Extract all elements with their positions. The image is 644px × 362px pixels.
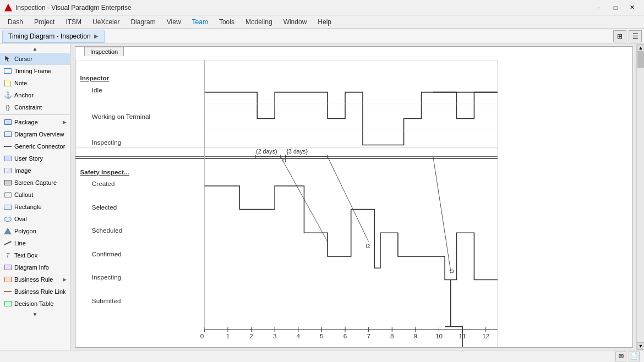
svg-text:1: 1 — [226, 332, 230, 339]
frame-icon — [3, 67, 12, 75]
panel-item-oval[interactable]: Oval — [0, 213, 70, 225]
panel-item-label-anchor: Anchor — [14, 92, 34, 98]
panel-item-constraint[interactable]: {}Constraint — [0, 101, 70, 113]
tab-icon-2[interactable]: ☰ — [629, 30, 642, 42]
panel-item-polygon[interactable]: Polygon — [0, 225, 70, 237]
panel-item-label-cursor: Cursor — [14, 56, 32, 62]
panel-item-label-rectangle: Rectangle — [14, 204, 42, 210]
svg-text:t1: t1 — [282, 157, 287, 163]
svg-text:7: 7 — [367, 332, 370, 339]
menu-item-window[interactable]: Window — [278, 17, 313, 27]
polygon-icon — [3, 227, 12, 235]
panel-scroll-up[interactable]: ▲ — [0, 44, 70, 53]
panel-item-rectangle[interactable]: Rectangle — [0, 201, 70, 213]
panel-item-diagram-info[interactable]: Diagram Info — [0, 261, 70, 273]
panel-item-anchor[interactable]: ⚓Anchor — [0, 89, 70, 101]
panel-item-cursor[interactable]: Cursor — [0, 53, 70, 65]
svg-text:8: 8 — [390, 332, 394, 339]
package-icon — [3, 118, 12, 127]
note-icon — [3, 79, 12, 87]
anchor-icon: ⚓ — [3, 91, 12, 100]
svg-text:5: 5 — [320, 332, 324, 339]
svg-text:12: 12 — [482, 332, 489, 339]
panel-item-timing-frame[interactable]: Timing Frame — [0, 65, 70, 77]
menu-item-diagram[interactable]: Diagram — [125, 17, 161, 27]
panel-item-screen-capture[interactable]: Screen Capture — [0, 177, 70, 189]
overview-icon — [3, 130, 12, 139]
image-icon — [3, 166, 12, 175]
panel-item-label-user-story: User Story — [14, 155, 43, 162]
menu-item-modeling[interactable]: Modeling — [240, 17, 278, 27]
panel-item-package[interactable]: Package▶ — [0, 116, 70, 128]
diaginfo-icon — [3, 263, 12, 272]
textbox-icon: T — [3, 251, 12, 260]
panel-item-generic-connector[interactable]: Generic Connector — [0, 140, 70, 152]
menu-item-help[interactable]: Help — [312, 17, 337, 27]
tab-arrow: ▶ — [94, 33, 99, 39]
panel-item-business-rule[interactable]: Business Rule▶ — [0, 273, 70, 286]
svg-text:10: 10 — [435, 332, 443, 339]
active-tab[interactable]: Timing Diagram - Inspection ▶ — [2, 30, 105, 43]
svg-text:Selected: Selected — [92, 204, 117, 211]
menu-item-team[interactable]: Team — [187, 17, 214, 27]
panel-item-label-text-box: Text Box — [14, 252, 37, 259]
svg-text:Submitted: Submitted — [92, 297, 121, 304]
svg-text:Working on Terminal: Working on Terminal — [92, 113, 150, 120]
message-icon[interactable]: ✉ — [615, 352, 626, 361]
title-bar: Inspection - Visual Paradigm Enterprise … — [0, 0, 644, 15]
scroll-thumb[interactable] — [637, 52, 644, 68]
tab-icon-1[interactable]: ⊞ — [613, 30, 626, 42]
svg-marker-0 — [5, 56, 10, 62]
panel-item-line[interactable]: Line — [0, 237, 70, 249]
panel-item-diagram-overview[interactable]: Diagram Overview — [0, 128, 70, 140]
constraint-icon: {} — [3, 103, 12, 112]
panel-item-text-box[interactable]: TText Box — [0, 249, 70, 261]
left-panel: ▲ CursorTiming FrameNote⚓Anchor{}Constra… — [0, 44, 70, 350]
panel-item-label-diagram-overview: Diagram Overview — [14, 131, 64, 138]
menu-item-project[interactable]: Project — [29, 17, 60, 27]
menu-item-dash[interactable]: Dash — [2, 17, 29, 27]
minimize-button[interactable]: − — [591, 2, 607, 14]
screencap-icon — [3, 178, 12, 187]
tab-label: Timing Diagram - Inspection — [8, 32, 91, 40]
svg-text:Inspector: Inspector — [80, 74, 110, 81]
bizrule-icon — [3, 275, 12, 284]
scroll-up-btn[interactable]: ▲ — [637, 44, 644, 52]
svg-text:9: 9 — [414, 332, 418, 339]
menu-item-itsm[interactable]: ITSM — [60, 17, 87, 27]
svg-text:Safety Inspect...: Safety Inspect... — [80, 168, 129, 175]
diagram-container: Inspection Inspector Idle Working on Ter… — [75, 46, 633, 348]
menu-item-tools[interactable]: Tools — [214, 17, 240, 27]
svg-text:Created: Created — [92, 180, 115, 187]
svg-text:Inspecting: Inspecting — [92, 273, 121, 281]
scroll-down-btn[interactable]: ▼ — [637, 342, 644, 350]
diagram-inner-tab[interactable]: Inspection — [84, 47, 124, 56]
panel-item-decision-table[interactable]: Decision Table — [0, 298, 70, 310]
panel-item-business-rule-link[interactable]: Business Rule Link — [0, 286, 70, 298]
svg-line-20 — [328, 157, 369, 242]
panel-item-note[interactable]: Note — [0, 77, 70, 89]
maximize-button[interactable]: □ — [608, 2, 623, 14]
svg-text:Inspecting: Inspecting — [92, 139, 121, 146]
panel-item-user-story[interactable]: User Story — [0, 152, 70, 164]
window-title: Inspection - Visual Paradigm Enterprise — [15, 4, 591, 12]
menu-item-uexceler[interactable]: UeXceler — [87, 17, 125, 27]
expand-arrow-package: ▶ — [63, 119, 67, 125]
svg-text:Confirmed: Confirmed — [92, 250, 122, 257]
scroll-track — [637, 52, 644, 342]
panel-scroll-down[interactable]: ▼ — [0, 310, 70, 319]
panel-item-callout[interactable]: Callout — [0, 189, 70, 201]
callout-icon — [3, 190, 12, 199]
close-button[interactable]: ✕ — [624, 2, 640, 14]
svg-text:(2 days): (2 days) — [256, 148, 277, 155]
svg-text:11: 11 — [459, 332, 466, 339]
menu-item-view[interactable]: View — [161, 17, 187, 27]
document-icon[interactable]: 📄 — [629, 352, 640, 361]
panel-item-image[interactable]: Image — [0, 164, 70, 177]
canvas-scrollbar[interactable]: ▲ ▼ — [636, 44, 644, 350]
panel-item-label-diagram-info: Diagram Info — [14, 264, 49, 271]
svg-text:Idle: Idle — [92, 86, 102, 94]
tab-bar-right: ⊞ ☰ — [613, 30, 642, 42]
dectable-icon — [3, 299, 12, 308]
connector-icon — [3, 142, 12, 151]
